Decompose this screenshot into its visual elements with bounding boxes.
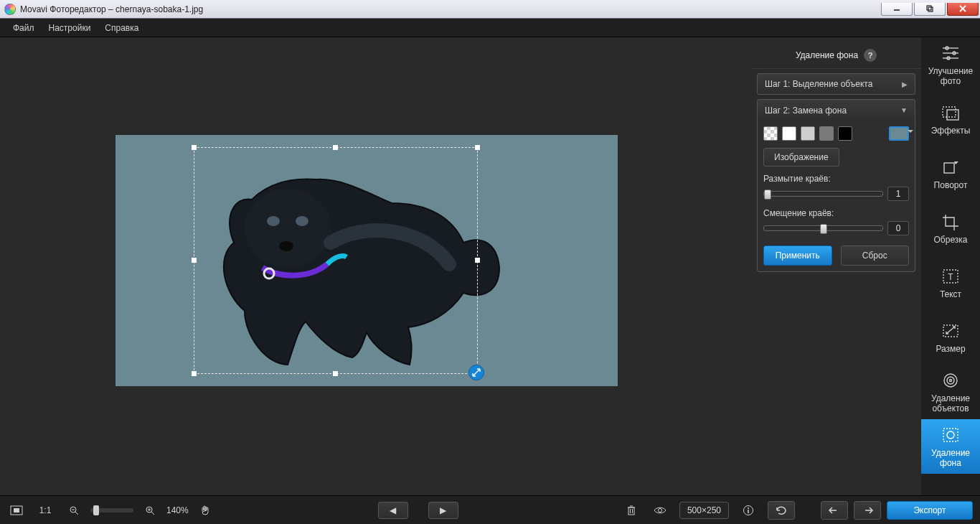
preview-icon[interactable] bbox=[651, 501, 669, 520]
apply-button[interactable]: Применить bbox=[763, 245, 832, 266]
background-removal-panel: Удаление фона ? Шаг 1: Выделение объекта… bbox=[751, 37, 921, 495]
svg-rect-21 bbox=[943, 325, 958, 337]
svg-line-33 bbox=[151, 512, 154, 515]
svg-rect-17 bbox=[947, 110, 958, 120]
menu-help[interactable]: Справка bbox=[98, 20, 146, 36]
svg-point-22 bbox=[944, 374, 957, 387]
chevron-right-icon: ▶ bbox=[902, 80, 908, 88]
panel-title: Удаление фона bbox=[796, 50, 858, 60]
next-image-button[interactable]: ▶ bbox=[428, 502, 458, 519]
color-swatch-row bbox=[763, 126, 909, 141]
selection-handle[interactable] bbox=[475, 258, 480, 263]
revert-icon[interactable] bbox=[768, 501, 795, 520]
edge-shift-value[interactable]: 0 bbox=[887, 221, 909, 235]
swatch-light-gray[interactable] bbox=[801, 126, 815, 141]
swatch-white[interactable] bbox=[782, 126, 796, 141]
edge-shift-slider[interactable] bbox=[763, 225, 883, 231]
tool-text[interactable]: T Текст bbox=[921, 256, 980, 310]
tool-rotate[interactable]: Поворот bbox=[921, 146, 980, 201]
app-icon bbox=[4, 4, 16, 15]
minimize-button[interactable] bbox=[881, 3, 913, 16]
swatch-custom-color[interactable] bbox=[889, 126, 909, 141]
tool-label: Текст bbox=[940, 289, 961, 299]
svg-rect-1 bbox=[927, 6, 931, 10]
spiral-icon bbox=[940, 370, 961, 390]
export-button[interactable]: Экспорт bbox=[887, 501, 973, 520]
canvas-area[interactable] bbox=[0, 37, 751, 495]
zoom-out-icon[interactable] bbox=[65, 501, 83, 520]
resize-handle-icon[interactable] bbox=[468, 365, 484, 380]
tool-label: Улучшение фото bbox=[921, 66, 980, 87]
step1-row[interactable]: Шаг 1: Выделение объекта ▶ bbox=[757, 73, 915, 95]
step2-row[interactable]: Шаг 2: Замена фона ▼ bbox=[757, 99, 915, 121]
svg-point-23 bbox=[947, 377, 954, 384]
rotate-icon bbox=[940, 157, 961, 177]
effects-icon bbox=[940, 103, 961, 123]
chevron-down-icon: ▼ bbox=[900, 106, 908, 114]
edge-blur-label: Размытие краёв: bbox=[763, 174, 909, 184]
svg-rect-18 bbox=[944, 163, 954, 173]
tool-remove-background[interactable]: Удаление фона bbox=[921, 419, 980, 474]
text-icon: T bbox=[940, 266, 961, 286]
crop-icon bbox=[940, 212, 961, 232]
tool-effects[interactable]: Эффекты bbox=[921, 92, 980, 146]
selection-handle[interactable] bbox=[192, 371, 197, 376]
fit-screen-icon[interactable] bbox=[7, 501, 26, 520]
svg-rect-25 bbox=[943, 429, 958, 441]
tool-crop[interactable]: Обрезка bbox=[921, 201, 980, 256]
swatch-transparent[interactable] bbox=[763, 126, 778, 141]
image-stage[interactable] bbox=[116, 135, 618, 386]
info-icon[interactable] bbox=[739, 501, 758, 520]
image-dimensions[interactable]: 500×250 bbox=[679, 502, 729, 519]
tool-label: Удаление фона bbox=[921, 448, 980, 469]
tool-label: Удаление объектов bbox=[921, 393, 980, 414]
tool-resize[interactable]: Размер bbox=[921, 310, 980, 365]
delete-icon[interactable] bbox=[622, 501, 641, 520]
sliders-icon bbox=[940, 43, 961, 63]
swatch-black[interactable] bbox=[838, 126, 852, 141]
tool-remove-objects[interactable]: Удаление объектов bbox=[921, 365, 980, 419]
zoom-slider[interactable] bbox=[90, 508, 133, 513]
step2-label: Шаг 2: Замена фона bbox=[765, 106, 847, 116]
menu-file[interactable]: Файл bbox=[6, 20, 42, 36]
maximize-button[interactable] bbox=[914, 3, 946, 16]
selection-handle[interactable] bbox=[333, 371, 338, 376]
zoom-in-icon[interactable] bbox=[141, 501, 159, 520]
menu-settings[interactable]: Настройки bbox=[42, 20, 98, 36]
edge-blur-value[interactable]: 1 bbox=[887, 187, 909, 201]
svg-point-41 bbox=[658, 508, 661, 512]
redo-icon[interactable] bbox=[854, 501, 881, 520]
window-title: Movavi Фоторедактор – chernaya-sobaka-1.… bbox=[20, 4, 203, 14]
tool-label: Размер bbox=[936, 344, 965, 354]
remove-bg-icon bbox=[940, 425, 961, 445]
edge-blur-slider[interactable] bbox=[763, 191, 883, 197]
svg-rect-2 bbox=[928, 7, 933, 11]
status-bar: 1:1 140% ◀ ▶ 500×250 bbox=[0, 495, 980, 524]
menu-bar: Файл Настройки Справка bbox=[0, 19, 980, 37]
tool-label: Обрезка bbox=[934, 235, 968, 245]
zoom-ratio[interactable]: 1:1 bbox=[33, 505, 57, 515]
swatch-gray[interactable] bbox=[819, 126, 834, 141]
selection-handle[interactable] bbox=[192, 258, 197, 263]
zoom-percent: 140% bbox=[166, 505, 189, 515]
svg-rect-28 bbox=[14, 508, 19, 513]
svg-line-30 bbox=[75, 512, 78, 515]
close-button[interactable] bbox=[947, 3, 979, 16]
selection-marquee[interactable] bbox=[194, 147, 478, 374]
reset-button[interactable]: Сброс bbox=[841, 245, 910, 266]
selection-handle[interactable] bbox=[475, 145, 480, 150]
svg-rect-16 bbox=[943, 107, 956, 117]
undo-icon[interactable] bbox=[821, 501, 848, 520]
svg-text:T: T bbox=[948, 272, 953, 282]
selection-handle[interactable] bbox=[333, 145, 338, 150]
help-icon[interactable]: ? bbox=[864, 49, 877, 62]
window-titlebar: Movavi Фоторедактор – chernaya-sobaka-1.… bbox=[0, 0, 980, 19]
image-background-button[interactable]: Изображение bbox=[763, 148, 839, 167]
hand-tool-icon[interactable] bbox=[196, 501, 215, 520]
resize-icon bbox=[940, 321, 961, 341]
selection-handle[interactable] bbox=[192, 145, 197, 150]
svg-point-24 bbox=[950, 379, 952, 381]
step2-body: Изображение Размытие краёв: 1 Смещение к… bbox=[757, 121, 915, 272]
tool-enhance[interactable]: Улучшение фото bbox=[921, 37, 980, 92]
prev-image-button[interactable]: ◀ bbox=[378, 502, 408, 519]
